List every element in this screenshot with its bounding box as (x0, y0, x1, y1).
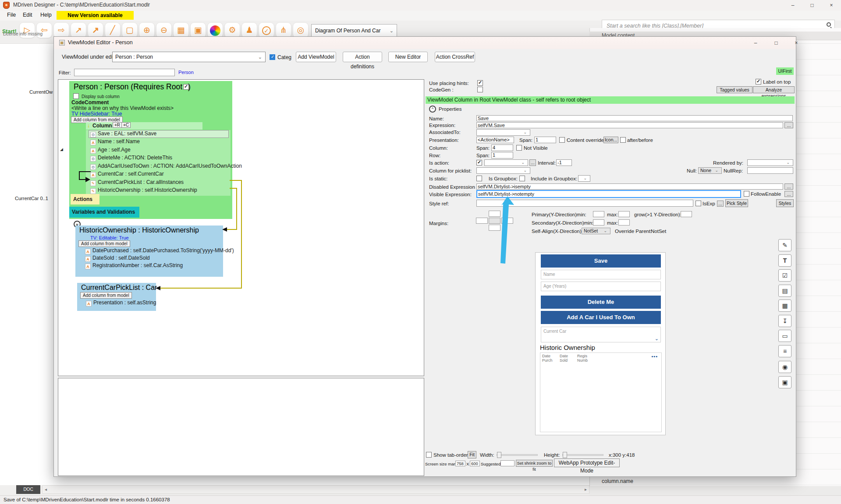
primary-max-field[interactable] (618, 211, 630, 217)
suggested-zoom-field[interactable] (500, 460, 515, 466)
historic-item[interactable]: ADatePurchased : self.DatePurchased.ToSt… (85, 247, 234, 255)
height-slider-thumb[interactable] (563, 452, 567, 458)
horizontal-scrollbar[interactable]: ◂ ▸ (42, 485, 589, 494)
tree-structure-icon[interactable]: ⋔ (276, 22, 291, 38)
add-column-button[interactable]: Add column from model (78, 240, 130, 247)
collapse-icon[interactable]: ^ (429, 106, 436, 113)
label-on-top-checkbox[interactable] (756, 79, 761, 85)
update-banner[interactable]: New Version available UPDATE (57, 11, 134, 20)
column-node-label[interactable]: Column (92, 123, 112, 129)
column-span-field[interactable]: 4 (491, 145, 513, 151)
is-action-checkbox[interactable] (476, 160, 482, 166)
add-viewmodel-button[interactable]: Add ViewModel (296, 52, 336, 62)
toolbox-list-icon[interactable]: ≡ (778, 345, 791, 357)
display-sub-column-checkbox[interactable] (73, 93, 79, 99)
menu-edit[interactable]: Edit (23, 12, 32, 18)
screen-height-field[interactable]: 600 (470, 461, 480, 466)
show-tab-order-checkbox[interactable] (426, 452, 432, 458)
window-minimize-button[interactable]: – (783, 0, 802, 11)
grow-field[interactable] (681, 211, 692, 217)
action-crossref-button[interactable]: Action CrossRef (435, 52, 475, 62)
window-close-button[interactable]: × (822, 0, 841, 11)
nullrep-field[interactable] (747, 167, 793, 174)
follow-enable-checkbox[interactable] (744, 191, 749, 197)
disabled-expression-ellipsis-button[interactable]: ... (784, 183, 793, 190)
screen-width-field[interactable]: 758 (455, 461, 465, 466)
is-static-checkbox[interactable] (476, 176, 482, 181)
grid-col-date-sold[interactable]: Date Sold (560, 354, 576, 363)
preview-name-input[interactable]: Name (541, 270, 661, 279)
preview-age-input[interactable]: Age (Years) (541, 282, 661, 291)
toolbox-checkbox-icon[interactable]: ☑ (778, 269, 791, 282)
preview-add-car-button[interactable]: Add A Car I Used To Own (541, 311, 661, 324)
categ-checkbox[interactable] (270, 54, 275, 60)
preview-delete-button[interactable]: Delete Me (541, 296, 661, 309)
window-run-icon[interactable]: ▣ (190, 22, 206, 38)
preview-save-button[interactable]: Save (541, 254, 661, 268)
action-definitions-button[interactable]: Action definitions (343, 52, 382, 62)
disabled-expression-field[interactable]: selfVM.Dirtylist->isempty (476, 183, 783, 190)
link-arrow-icon[interactable]: ↗ (71, 22, 86, 38)
tree-item-currentcarpicklist[interactable]: ✎CurrentCarPickList : Car.allInstances (90, 179, 184, 187)
visible-expression-ellipsis-button[interactable]: ... (784, 191, 793, 197)
tree-item-age[interactable]: AAge : self.Age (90, 147, 131, 155)
toolbox-globe-icon[interactable]: ◉ (778, 361, 791, 373)
tree-item-name[interactable]: AName : self.Name (90, 138, 140, 146)
grid-col-date-purchased[interactable]: Date Purch (542, 354, 559, 363)
tv-hide-sidebar[interactable]: TV HideSidebar: True (71, 111, 122, 117)
null-select[interactable]: None⌄ (698, 167, 722, 174)
filter-input[interactable] (74, 69, 175, 76)
style-ellipsis-button[interactable]: ... (717, 201, 724, 207)
width-slider[interactable] (497, 454, 538, 456)
add-column-button[interactable]: Add column from model (80, 292, 132, 299)
tree-item-deleteme[interactable]: ⚙DeleteMe : ACTION: DeleteThis (90, 155, 172, 162)
margin-bottom-field[interactable] (489, 225, 500, 231)
tree-item-currentcar[interactable]: ACurrentCar : self.CurrentCar (90, 171, 164, 179)
add-row-button[interactable]: +R (113, 122, 122, 128)
width-slider-thumb[interactable] (497, 452, 501, 458)
toolbox-edit-icon[interactable]: ✎ (778, 239, 791, 251)
toolbox-import-icon[interactable]: ↧ (778, 315, 791, 327)
color-wheel-icon[interactable] (207, 22, 223, 38)
window-maximize-button[interactable]: □ (802, 0, 822, 11)
secondary-max-field[interactable] (618, 219, 630, 226)
column-for-picklist-select[interactable]: ⌄ (476, 167, 530, 174)
diagram-select[interactable]: Diagram Of Person And Car ⌄ (311, 24, 397, 37)
style-ref-field[interactable] (476, 200, 693, 207)
add-col-button[interactable]: +C (121, 122, 131, 128)
search-icon[interactable] (827, 22, 831, 27)
historic-item[interactable]: ADateSold : self.DateSold (85, 255, 150, 263)
zoom-out-icon[interactable]: ⊖ (156, 22, 172, 38)
is-groupbox-checkbox[interactable] (519, 176, 525, 181)
is-action-ellipsis-button[interactable]: ... (529, 159, 536, 166)
toolbox-text-icon[interactable]: T (778, 254, 791, 267)
variables-validations-section[interactable]: Variables and Validationsv (69, 207, 139, 218)
secondary-min-field[interactable] (593, 219, 604, 226)
currentcar-picklist-box[interactable]: CurrentCarPickList : Car Add column from… (77, 283, 156, 311)
toolbox-combobox-icon[interactable]: ▤ (778, 285, 791, 297)
visible-expression-field[interactable]: selfVM.Dirtylist->notempty (476, 190, 741, 198)
isexp-checkbox[interactable] (696, 201, 701, 206)
new-editor-button[interactable]: New Editor (388, 52, 428, 62)
historic-ownership-box[interactable]: HistoricOwnership : HistoricOwnership TV… (75, 226, 223, 277)
select-screen-icon[interactable]: ▢ (122, 22, 138, 38)
primary-min-field[interactable] (593, 211, 604, 217)
requires-root-checkbox[interactable] (183, 84, 189, 90)
historic-item[interactable]: ARegistrationNumber : self.Car.AsString (85, 262, 183, 270)
dialog-close-button[interactable]: × (787, 37, 806, 49)
actions-section[interactable]: Actionsv (71, 194, 99, 204)
name-field[interactable]: Save (476, 115, 793, 121)
icon-button[interactable]: Icon... (603, 137, 618, 143)
associatedto-select[interactable]: ⌄ (476, 129, 530, 136)
filter-person-link[interactable]: Person (178, 70, 194, 75)
content-override-checkbox[interactable] (559, 137, 565, 143)
styles-button[interactable]: Styles (776, 199, 794, 207)
tree-item-historicownership[interactable]: ✎HistoricOwnership : self.HistoricOwners… (90, 187, 197, 195)
fit-button[interactable]: Fit (468, 451, 476, 458)
expression-field[interactable]: selfVM.Save (476, 122, 783, 128)
codegen-checkbox[interactable] (477, 87, 483, 92)
toolbox-button-icon[interactable]: ▭ (778, 330, 791, 342)
presentation-field[interactable]: <ActionName> (476, 137, 514, 143)
window-grid-icon[interactable]: ▦ (173, 22, 189, 38)
nav-forward-icon[interactable]: ⇨ (53, 22, 69, 38)
